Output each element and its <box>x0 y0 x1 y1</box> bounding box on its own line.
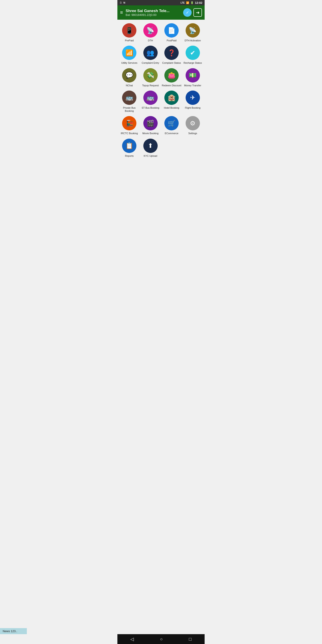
movie-booking-label: Movie Booking <box>142 132 158 135</box>
prepaid-icon: 📱 <box>122 23 136 38</box>
check-button[interactable]: ✓ <box>183 8 192 17</box>
prepaid-label: PrePaid <box>125 39 134 42</box>
redeem-discount-label: Redeem Discount <box>162 84 181 87</box>
app-name: Shree Sai Ganesh Tele... <box>126 9 180 13</box>
private-bus-booking-label: Private Bus Booking <box>119 106 140 113</box>
reports-label: Reports <box>125 154 134 158</box>
dth-activation-label: DTH Activation <box>184 39 201 42</box>
private-bus-booking-icon: 🚌 <box>122 90 136 105</box>
notification-icon: 🗒 <box>120 1 122 4</box>
grid-item-dth[interactable]: 📡DTH <box>140 23 161 42</box>
grid-item-dth-activation[interactable]: 📡DTH Activation <box>183 23 203 42</box>
topup-request-icon: 💸 <box>143 68 158 82</box>
header-actions: ✓ ➜ <box>183 8 202 17</box>
grid-item-settings[interactable]: ⚙Settings <box>183 116 203 135</box>
grid-item-topup-request[interactable]: 💸Topup Request <box>140 68 161 87</box>
utility-services-label: Utility Services <box>121 61 137 64</box>
nchat-label: NChat <box>126 84 133 87</box>
grid-item-prepaid[interactable]: 📱PrePaid <box>119 23 140 42</box>
lte-indicator: LTE <box>181 2 185 4</box>
main-grid: 📱PrePaid📡DTH📄PostPaid📡DTH Activation📶Uti… <box>118 20 204 161</box>
settings-icon: ⚙ <box>186 116 200 130</box>
ecommerce-label: ECommerce <box>165 132 178 135</box>
utility-services-icon: 📶 <box>122 46 136 60</box>
dth-activation-icon: 📡 <box>186 23 200 38</box>
grid-item-nchat[interactable]: 💬NChat <box>119 68 140 87</box>
flight-booking-label: Flight Booking <box>185 106 200 109</box>
recharge-status-label: Recharge Status <box>184 61 202 64</box>
kyc-upload-icon: ⬆ <box>143 139 158 153</box>
topup-request-label: Topup Request <box>142 84 159 87</box>
header-title-block: Shree Sai Ganesh Tele... Bal: 980184091.… <box>126 9 180 16</box>
grid-item-money-transfer[interactable]: 💵Money Transfer <box>183 68 203 87</box>
signal-icon: 📶 <box>186 1 189 4</box>
complaint-status-icon: ❓ <box>164 46 179 60</box>
complaint-status-label: Complaint Status <box>162 61 181 64</box>
irctc-booking-icon: 🚂 <box>122 116 136 130</box>
grid-item-kyc-upload[interactable]: ⬆KYC Upload <box>140 139 161 158</box>
grid-item-st-bus-booking[interactable]: 🚌ST Bus Booking <box>140 90 161 113</box>
grid-item-complaint-entry[interactable]: 👥Complaint Entry <box>140 46 161 64</box>
postpaid-label: PostPaid <box>166 39 176 42</box>
n-icon: N <box>124 1 125 4</box>
hotel-booking-icon: 🏨 <box>164 90 179 105</box>
settings-label: Settings <box>188 132 197 135</box>
grid-item-movie-booking[interactable]: 🎬Movie Booking <box>140 116 161 135</box>
status-bar: 🗒 N LTE 📶 🔋 12:02 <box>118 0 204 5</box>
flight-booking-icon: ✈ <box>186 90 200 105</box>
redeem-discount-icon: 👛 <box>164 68 179 82</box>
grid-item-flight-booking[interactable]: ✈Flight Booking <box>183 90 203 113</box>
money-transfer-label: Money Transfer <box>184 84 201 87</box>
complaint-entry-icon: 👥 <box>143 46 158 60</box>
kyc-upload-label: KYC Upload <box>144 154 157 158</box>
menu-button[interactable]: ≡ <box>120 10 123 16</box>
grid-item-reports[interactable]: 📋Reports <box>119 139 140 158</box>
st-bus-booking-label: ST Bus Booking <box>142 106 159 109</box>
grid-item-utility-services[interactable]: 📶Utility Services <box>119 46 140 64</box>
balance-display: Bal: 980184091.22|0.00 <box>126 13 180 16</box>
recharge-status-icon: ✔ <box>186 46 200 60</box>
grid-item-postpaid[interactable]: 📄PostPaid <box>162 23 182 42</box>
app-header: ≡ Shree Sai Ganesh Tele... Bal: 98018409… <box>118 5 204 20</box>
grid-item-private-bus-booking[interactable]: 🚌Private Bus Booking <box>119 90 140 113</box>
movie-booking-icon: 🎬 <box>143 116 158 130</box>
irctc-booking-label: IRCTC Booking <box>121 132 138 135</box>
grid-item-irctc-booking[interactable]: 🚂IRCTC Booking <box>119 116 140 135</box>
grid-item-ecommerce[interactable]: 🛒ECommerce <box>162 116 182 135</box>
st-bus-booking-icon: 🚌 <box>143 90 158 105</box>
battery-icon: 🔋 <box>190 1 194 4</box>
time-display: 12:02 <box>195 1 202 4</box>
complaint-entry-label: Complaint Entry <box>142 61 159 64</box>
dth-label: DTH <box>148 39 153 42</box>
grid-item-redeem-discount[interactable]: 👛Redeem Discount <box>162 68 182 87</box>
logout-button[interactable]: ➜ <box>194 8 202 17</box>
dth-icon: 📡 <box>143 23 158 38</box>
money-transfer-icon: 💵 <box>186 68 200 82</box>
grid-item-complaint-status[interactable]: ❓Complaint Status <box>162 46 182 64</box>
ecommerce-icon: 🛒 <box>164 116 179 130</box>
reports-icon: 📋 <box>122 139 136 153</box>
nchat-icon: 💬 <box>122 68 136 82</box>
hotel-booking-label: Hotel Booking <box>164 106 179 109</box>
grid-item-hotel-booking[interactable]: 🏨Hotel Booking <box>162 90 182 113</box>
grid-item-recharge-status[interactable]: ✔Recharge Status <box>183 46 203 64</box>
postpaid-icon: 📄 <box>164 23 179 38</box>
